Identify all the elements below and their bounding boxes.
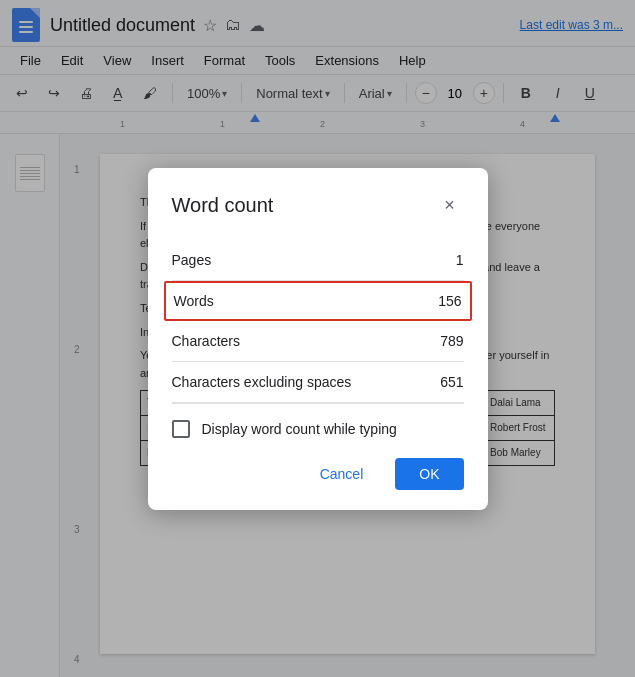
modal-header: Word count × [172, 192, 464, 220]
word-count-checkbox[interactable] [172, 420, 190, 438]
modal-row-pages: Pages 1 [172, 240, 464, 281]
pages-label: Pages [172, 252, 212, 268]
checkbox-label: Display word count while typing [202, 421, 397, 437]
characters-label: Characters [172, 333, 240, 349]
modal-title: Word count [172, 194, 274, 217]
pages-value: 1 [456, 252, 464, 268]
words-label: Words [174, 293, 214, 309]
modal-overlay: Word count × Pages 1 Words 156 Character… [0, 0, 635, 677]
modal-checkbox-row: Display word count while typing [172, 404, 464, 450]
cancel-button[interactable]: Cancel [300, 458, 384, 490]
modal-close-button[interactable]: × [436, 192, 464, 220]
characters-excl-label: Characters excluding spaces [172, 374, 352, 390]
word-count-modal: Word count × Pages 1 Words 156 Character… [148, 168, 488, 510]
characters-value: 789 [440, 333, 463, 349]
modal-row-characters: Characters 789 [172, 321, 464, 362]
modal-row-characters-excl: Characters excluding spaces 651 [172, 362, 464, 403]
characters-excl-value: 651 [440, 374, 463, 390]
modal-actions: Cancel OK [172, 458, 464, 490]
ok-button[interactable]: OK [395, 458, 463, 490]
words-value: 156 [438, 293, 461, 309]
modal-row-words: Words 156 [164, 281, 472, 321]
